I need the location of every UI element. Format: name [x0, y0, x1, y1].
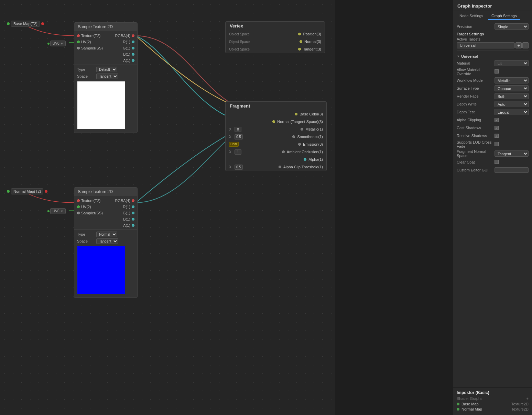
normalmap-label: Normal Map(T2): [11, 188, 43, 194]
frag-ao-dot: [282, 150, 285, 153]
surface-type-select[interactable]: Opaque Transparent: [495, 85, 529, 91]
tex2-texture-in: [77, 199, 80, 202]
uv2-label: UV0: [53, 209, 59, 213]
vertex-pos-label: Position(3): [303, 32, 321, 36]
uv1-green-dot: [47, 43, 50, 45]
precision-select[interactable]: Single Half: [495, 23, 529, 30]
add-target-btn[interactable]: +: [515, 42, 522, 48]
tex1-space-select[interactable]: Tangent Object: [96, 74, 118, 79]
frag-ao-val: 1: [235, 149, 241, 155]
panel-title: Graph Inspector: [453, 0, 532, 11]
basemap-shader-name: Base Map: [462, 402, 511, 406]
prop-surface-type: Surface Type Opaque Transparent: [457, 85, 529, 92]
prop-depth-write: Depth Write Auto On Off: [457, 101, 529, 108]
shader-graphs-add[interactable]: +: [526, 396, 529, 401]
prop-render-face: Render Face Both Front Back: [457, 93, 529, 100]
vertex-norm-label: Normal(3): [304, 40, 321, 44]
prop-workflow: Workflow Mode Metallic Specular: [457, 77, 529, 84]
depth-write-select[interactable]: Auto On Off: [495, 101, 529, 107]
normalmap-dot: [7, 190, 10, 193]
frag-ao-label: Ambient Occlusion(1): [287, 150, 323, 154]
custom-editor-input[interactable]: [495, 167, 529, 173]
frag-basecolor-dot: [295, 113, 297, 115]
basemap-dot: [7, 22, 10, 25]
universal-arrow: ▼: [457, 55, 460, 58]
frag-normal-dot: [272, 120, 275, 123]
panel-content: Precision Single Half Target Settings Ac…: [453, 20, 532, 415]
frag-metallic-row: X 0 Metallic(1): [226, 125, 326, 133]
vertex-norm-space: Object Space: [229, 40, 250, 44]
frag-smooth-val: 0.5: [235, 134, 243, 139]
basemap-close[interactable]: [41, 22, 44, 25]
tab-graph-settings[interactable]: Graph Settings: [488, 12, 520, 20]
frag-alphaclip-row: X 0.5 Alpha Clip Threshold(1): [226, 163, 326, 171]
frag-alpha-label: Alpha(1): [308, 157, 323, 161]
workflow-select[interactable]: Metallic Specular: [495, 77, 529, 83]
cast-shadows-value: [495, 126, 529, 130]
frag-smooth-x: X: [229, 135, 232, 139]
tex1-texture-label: Texture(T2): [81, 34, 100, 38]
fragment-normal-select[interactable]: Tangent World: [495, 150, 529, 157]
receive-shadows-checkbox[interactable]: [495, 134, 499, 138]
frag-alphaclip-dot: [279, 166, 281, 168]
basemap-shader-type: Texture2D: [511, 402, 529, 406]
tex1-type-label: Type: [77, 67, 94, 71]
tex2-preview: [77, 246, 125, 294]
uv-node-1: UV0 ▼: [47, 41, 66, 46]
prop-clear-coat: Clear Coat: [457, 159, 529, 166]
vertex-tan-label: Tangent(3): [303, 47, 321, 51]
bottom-panel-title: Impostor (Basic): [457, 390, 529, 395]
material-select[interactable]: Lit Unlit: [495, 60, 529, 66]
active-targets-label: Active Targets: [457, 37, 529, 41]
vertex-node: Vertex Object Space Position(3) Object S…: [225, 21, 325, 53]
frag-metallic-label: Metallic(1): [305, 127, 323, 131]
remove-target-btn[interactable]: -: [522, 42, 529, 48]
alpha-clipping-value: [495, 118, 529, 122]
normalmap-shader-dot: [457, 408, 459, 411]
tex2-rgba-out: [132, 199, 134, 202]
tex2-g-label: G(1): [123, 211, 130, 215]
tex2-texture-label: Texture(T2): [81, 199, 100, 203]
tex1-a-label: A(1): [123, 58, 130, 63]
basemap-shader-dot: [457, 403, 459, 405]
precision-value: Single Half: [495, 23, 529, 30]
frag-emission-row: HDR Emission(3): [226, 141, 326, 148]
right-panel: Graph Inspector Node Settings Graph Sett…: [453, 0, 532, 415]
tex1-type-select[interactable]: Default Normal: [96, 67, 117, 72]
uv1-label: UV0: [53, 42, 59, 45]
texture-node-2: Sample Texture 2D Texture(T2) RGBA(4) UV…: [74, 187, 138, 298]
tex2-type-select[interactable]: Normal Default: [96, 232, 117, 237]
uv2-pill[interactable]: UV0 ▼: [50, 208, 66, 214]
tex2-space-label: Space: [77, 239, 94, 243]
vertex-tan-dot: [298, 48, 301, 51]
workflow-value: Metallic Specular: [495, 77, 529, 83]
tex2-sampler-in: [77, 212, 80, 214]
tex2-space-select[interactable]: Tangent Object: [96, 238, 118, 244]
fragment-normal-value: Tangent World: [495, 150, 529, 157]
clear-coat-value: [495, 160, 529, 165]
depth-test-select[interactable]: LEqual Less Greater Always: [495, 109, 529, 115]
frag-metallic-val: 0: [235, 127, 241, 132]
tex1-g-label: G(1): [123, 46, 130, 50]
uv2-arrow: ▼: [60, 210, 63, 213]
tab-node-settings[interactable]: Node Settings: [456, 12, 487, 20]
custom-editor-value: [495, 167, 529, 173]
frag-alpha-row: Alpha(1): [226, 156, 326, 163]
canvas-area[interactable]: Base Map(T2) UV0 ▼ Sample Texture 2D Tex…: [0, 0, 335, 415]
clear-coat-checkbox[interactable]: [495, 160, 499, 164]
frag-basecolor-label: Base Color(3): [300, 112, 323, 116]
prop-allow-override: Allow Material Override: [457, 68, 529, 76]
custom-editor-label: Custom Editor GUI: [457, 168, 495, 172]
tex1-sampler-in: [77, 47, 80, 49]
normalmap-close[interactable]: [45, 190, 47, 193]
alpha-clipping-checkbox[interactable]: [495, 118, 499, 122]
cast-shadows-checkbox[interactable]: [495, 126, 499, 130]
active-targets-row: Universal + -: [457, 42, 529, 48]
frag-metallic-x: X: [229, 127, 232, 131]
receive-shadows-label: Receive Shadows: [457, 134, 495, 138]
allow-override-checkbox[interactable]: [495, 69, 499, 74]
frag-ao-row: X 1 Ambient Occlusion(1): [226, 148, 326, 156]
uv1-pill[interactable]: UV0 ▼: [50, 41, 66, 46]
render-face-select[interactable]: Both Front Back: [495, 93, 529, 99]
lod-crossfade-checkbox[interactable]: [495, 142, 499, 146]
